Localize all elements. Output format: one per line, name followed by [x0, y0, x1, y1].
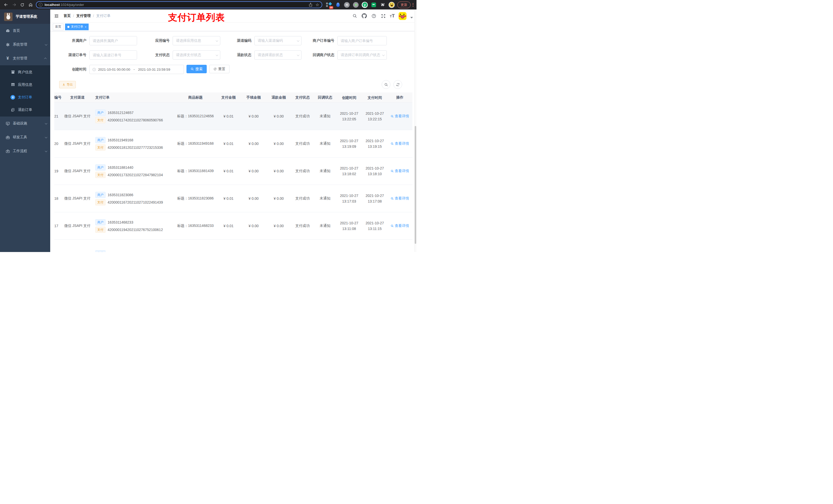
user-avatar[interactable]: [399, 12, 406, 20]
cell-id: 18: [54, 196, 62, 200]
table-row[interactable]: 19 微信 JSAPI 支付 商户1635311881440 支付4200001…: [54, 158, 412, 185]
view-detail-link[interactable]: 查看详情: [390, 223, 409, 228]
export-button[interactable]: 导出: [59, 81, 76, 88]
cell-amount: ¥ 0.01: [216, 114, 241, 118]
cell-create-time: 2021-10-2713:11:08: [336, 220, 362, 232]
table-row[interactable]: 20 微信 JSAPI 支付 商户1635311949168 支付4200001…: [54, 130, 412, 158]
date-separator: -: [134, 67, 135, 71]
notify-status-select[interactable]: 请选择订单回调商户状态: [337, 50, 387, 60]
active-dot-icon: [67, 26, 69, 28]
refund-doc-icon: [10, 107, 16, 113]
field-pay-status: 支付状态 请选择支付状态: [137, 50, 220, 60]
refresh-button[interactable]: [394, 80, 402, 89]
forward-icon[interactable]: [11, 2, 17, 8]
field-channel-code: 渠道编码 请输入渠道编码: [220, 36, 302, 45]
table-row[interactable]: 21 微信 JSAPI 支付 商户1635312124657 支付4200001…: [54, 103, 412, 130]
cell-refund: ¥ 0.00: [266, 196, 291, 200]
app-select[interactable]: 请选择应用信息: [173, 36, 220, 45]
fullscreen-icon[interactable]: [380, 13, 386, 19]
merchant-input[interactable]: [90, 37, 137, 45]
view-detail-link[interactable]: 查看详情: [390, 141, 409, 146]
close-icon[interactable]: ×: [85, 25, 86, 28]
view-detail-link[interactable]: 查看详情: [390, 169, 409, 173]
table-row[interactable]: 18 微信 JSAPI 支付 商户1635311823086 支付4200001…: [54, 185, 412, 212]
main-area: 首页 / 支付管理 / 支付订单 支付订单列表 TT: [50, 9, 416, 252]
back-icon[interactable]: [3, 2, 9, 8]
table-row[interactable]: 17 微信 JSAPI 支付 商户1635311468233 支付4200001…: [54, 212, 412, 240]
extension-badge: 10: [329, 6, 333, 9]
extension-balloon-icon[interactable]: [335, 2, 341, 8]
sidebar-item-system[interactable]: 系统管理: [0, 38, 50, 51]
extension-command-icon[interactable]: ⌘: [344, 2, 350, 8]
pay-status-select[interactable]: 请选择支付状态: [173, 50, 220, 60]
browser-menu-icon[interactable]: [413, 3, 413, 7]
extension-recorder-icon[interactable]: [353, 2, 359, 8]
sidebar-fold-icon[interactable]: [50, 14, 62, 19]
tag-home[interactable]: 首页: [53, 24, 64, 30]
view-detail-link[interactable]: 查看详情: [390, 196, 409, 201]
sidebar-item-label: 应用信息: [18, 82, 32, 87]
sidebar-item-app-info[interactable]: 应用信息: [0, 78, 50, 91]
search-icon[interactable]: [352, 13, 358, 19]
reset-button[interactable]: 重置: [209, 65, 230, 73]
window-scrollbar[interactable]: [414, 9, 416, 252]
show-search-button[interactable]: [382, 80, 390, 89]
browser-update-button[interactable]: 更新: [397, 2, 411, 8]
sidebar-item-refund-order[interactable]: 退款订单: [0, 103, 50, 116]
cell-create-time: 2021-10-2713:22:05: [336, 111, 362, 122]
sidebar-item-pay-order[interactable]: ¥ 支付订单: [0, 91, 50, 103]
search-button[interactable]: 搜索: [187, 65, 207, 73]
sidebar-item-home[interactable]: 首页: [0, 24, 50, 38]
sidebar-item-payment[interactable]: ¥ 支付管理: [0, 51, 50, 65]
channel-code-select[interactable]: 请输入渠道编码: [254, 36, 302, 45]
cell-refund: ¥ 0.00: [266, 114, 291, 118]
field-label: 退款状态: [220, 53, 254, 57]
page: i localhost:1024/pay/order ☆ 10 ⌘ y 更新: [0, 0, 416, 252]
pay-tag: 支付: [95, 172, 105, 178]
address-bar[interactable]: i localhost:1024/pay/order ☆: [36, 1, 322, 8]
bookmark-star-icon[interactable]: ☆: [315, 2, 319, 7]
channel-order-no-input[interactable]: [90, 51, 137, 59]
avatar-caret-icon[interactable]: [410, 17, 413, 19]
extensions-puzzle-icon[interactable]: [380, 2, 386, 8]
share-icon[interactable]: [309, 3, 312, 7]
site-info-icon[interactable]: i: [39, 3, 43, 7]
sidebar-item-infrastructure[interactable]: 基础设施: [0, 117, 50, 130]
reload-icon[interactable]: [20, 2, 25, 8]
sidebar-item-dev-tools[interactable]: 研发工具: [0, 130, 50, 144]
view-detail-link[interactable]: 查看详情: [390, 114, 409, 119]
extension-blocks-icon[interactable]: 10: [326, 2, 332, 8]
scrollbar-thumb[interactable]: [415, 126, 416, 244]
home-icon[interactable]: [28, 2, 33, 8]
merchant-order-no-input[interactable]: [338, 37, 386, 45]
date-range-picker[interactable]: 2021-10-01 00:00:00 - 2021-10-31 23:59:5…: [89, 65, 184, 74]
field-label: 渠道订单号: [54, 53, 89, 57]
github-icon[interactable]: [361, 13, 367, 19]
refund-status-select[interactable]: 请选择退款状态: [254, 50, 302, 60]
header-pay-time: 支付时间: [362, 95, 387, 100]
help-icon[interactable]: [371, 13, 377, 19]
extension-y-icon[interactable]: y: [362, 2, 368, 8]
field-label: 创建时间: [54, 67, 89, 72]
font-size-icon[interactable]: TT: [390, 13, 395, 19]
extension-chat-icon[interactable]: [371, 2, 377, 8]
monitor-icon: [5, 120, 11, 126]
breadcrumb-home[interactable]: 首页: [64, 14, 71, 18]
cell-pay-status: 支付成功: [291, 141, 314, 146]
channel-order-no: 4200001181202110277723215336: [108, 145, 163, 149]
table-row[interactable]: 商户1635311351796: [54, 240, 412, 252]
cell-id: 19: [54, 169, 62, 173]
cell-id: 20: [54, 142, 62, 146]
channel-order-no: 4200001167202110271022491439: [108, 200, 163, 205]
field-channel-order-no: 渠道订单号: [54, 50, 137, 60]
cell-pay-status: 支付成功: [291, 196, 314, 201]
toolbox-icon: [5, 134, 11, 140]
cell-amount: ¥ 0.01: [216, 224, 241, 228]
header-refund: 退款金额: [266, 95, 291, 100]
cell-pay-time: 2021-10-2713:18:10: [362, 165, 387, 177]
profile-emoji-icon[interactable]: [388, 2, 395, 8]
tag-pay-order[interactable]: 支付订单×: [65, 24, 89, 30]
sidebar-item-workflow[interactable]: 工作流程: [0, 144, 50, 158]
sidebar-item-merchant-info[interactable]: 商户信息: [0, 66, 50, 78]
pay-order-icon: ¥: [10, 94, 16, 100]
